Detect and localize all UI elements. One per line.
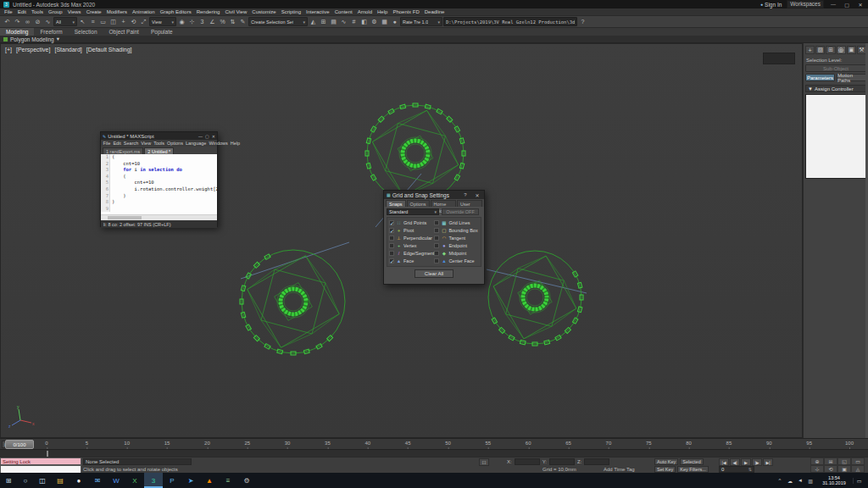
- timeline-tick-30[interactable]: 30: [285, 441, 291, 446]
- viewport-menu[interactable]: [Default Shading]: [86, 47, 132, 53]
- menu-item[interactable]: Create: [84, 8, 104, 16]
- spinner-snap-icon[interactable]: ⇅: [228, 17, 237, 26]
- orbit-icon[interactable]: ⟲: [824, 465, 837, 473]
- app-telegram[interactable]: ➤: [181, 473, 200, 488]
- maxscript-menu-item[interactable]: Search: [122, 141, 139, 146]
- create-tab[interactable]: +: [805, 46, 815, 54]
- checkbox[interactable]: [389, 236, 394, 241]
- sub-object-button[interactable]: Sub-Object: [805, 64, 866, 72]
- checkbox[interactable]: [389, 228, 394, 233]
- select-scale-icon[interactable]: ⤢: [139, 17, 148, 26]
- snap-option[interactable]: ◆ Midpoint: [434, 250, 479, 257]
- add-time-tag[interactable]: Add Time Tag: [604, 467, 635, 472]
- named-selection-icon[interactable]: ✎: [238, 17, 248, 26]
- timeline-tick-20[interactable]: 20: [204, 441, 210, 446]
- menu-item[interactable]: Phoenix FD: [390, 8, 421, 16]
- assign-controller-rollout[interactable]: ▼ Assign Controller: [805, 85, 866, 92]
- app-browser[interactable]: ●: [70, 473, 88, 488]
- menu-item[interactable]: Animation: [130, 8, 158, 16]
- go-start-icon[interactable]: |◀: [719, 458, 729, 466]
- timeline-tick-40[interactable]: 40: [364, 441, 370, 446]
- snap-option[interactable]: / Edge/Segment: [389, 250, 434, 257]
- timeline-tick-60[interactable]: 60: [526, 441, 531, 446]
- tray-network-icon[interactable]: ▥: [805, 478, 815, 484]
- frame-spinner-icon[interactable]: ⇅: [748, 467, 752, 472]
- checkbox[interactable]: [434, 258, 439, 263]
- viewport-menu[interactable]: [+]: [5, 47, 12, 53]
- timeline-tick-50[interactable]: 50: [445, 441, 451, 446]
- ribbon-tab[interactable]: Object Paint: [103, 28, 145, 36]
- align-icon[interactable]: ⊞: [319, 17, 328, 26]
- checkbox[interactable]: [434, 220, 439, 225]
- help-search-icon[interactable]: ?: [578, 17, 587, 26]
- ref-coord-dropdown[interactable]: View: [149, 17, 176, 26]
- menu-item[interactable]: Group: [46, 8, 65, 16]
- selection-set-combo[interactable]: Create Selection Set: [248, 17, 308, 26]
- motion-paths-button[interactable]: Motion Paths: [837, 74, 866, 81]
- app-photoshop[interactable]: P: [163, 473, 181, 488]
- layer-manager-icon[interactable]: ▤: [329, 17, 338, 26]
- render-icon[interactable]: ●: [390, 17, 399, 26]
- timeline-tick-85[interactable]: 85: [726, 441, 732, 446]
- auto-key-button[interactable]: Auto Key: [654, 458, 678, 465]
- next-frame-icon[interactable]: |▶: [752, 458, 762, 466]
- zoom-region-icon[interactable]: ▭: [851, 458, 865, 465]
- timeline-tick-65[interactable]: 65: [565, 441, 571, 446]
- modify-tab[interactable]: ▨: [815, 46, 825, 54]
- close-button[interactable]: ✕: [856, 2, 865, 8]
- menu-item[interactable]: Content: [332, 8, 355, 16]
- menu-item[interactable]: Rendering: [194, 8, 223, 16]
- search-icon[interactable]: ○: [17, 473, 34, 488]
- scrollbar-thumb[interactable]: [108, 216, 142, 219]
- motion-tab[interactable]: ◎: [837, 46, 846, 54]
- select-manipulate-icon[interactable]: ⊹: [187, 17, 197, 26]
- menu-item[interactable]: Deadline: [422, 8, 448, 16]
- set-key-button[interactable]: Set Key: [654, 466, 676, 473]
- select-by-name-icon[interactable]: ≡: [88, 17, 97, 26]
- hierarchy-tab[interactable]: ⊞: [826, 46, 835, 54]
- pan-icon[interactable]: ⊹: [810, 465, 824, 473]
- checkbox[interactable]: [434, 236, 439, 241]
- menu-item[interactable]: File: [2, 8, 15, 16]
- app-logo-icon[interactable]: 3: [3, 2, 9, 8]
- mirror-icon[interactable]: ◭: [309, 17, 318, 26]
- select-link-icon[interactable]: ∞: [23, 17, 32, 26]
- undo-icon[interactable]: ↶: [3, 17, 12, 26]
- snap-option[interactable]: + Vertex: [389, 242, 434, 249]
- menu-item[interactable]: Graph Editors: [158, 8, 194, 16]
- z-coordinate-field[interactable]: [584, 458, 609, 465]
- window-crossing-icon[interactable]: ◫: [108, 17, 118, 26]
- render-setup-icon[interactable]: ⚙: [370, 17, 379, 26]
- snap-option[interactable]: ▢ Bounding Box: [434, 227, 479, 234]
- key-filters-button[interactable]: Key Filters...: [677, 466, 709, 473]
- ribbon-tab[interactable]: Modeling: [0, 28, 34, 36]
- task-view-icon[interactable]: ◫: [34, 473, 51, 488]
- snap-dialog-tab[interactable]: User Grids: [457, 200, 482, 207]
- menu-item[interactable]: Civil View: [222, 8, 249, 16]
- checkbox[interactable]: [434, 228, 439, 233]
- snap-option[interactable]: ● Endpoint: [434, 242, 479, 249]
- maximize-viewport-icon[interactable]: ▣: [837, 465, 851, 473]
- polygon-modeling-tab[interactable]: Polygon Modeling: [10, 36, 54, 42]
- maxscript-code-editor[interactable]: 1(2 cnt=103 for i in selection do4 (5 cn…: [101, 154, 217, 214]
- snap-option[interactable]: ⌖ Pivot: [389, 227, 434, 234]
- zoom-icon[interactable]: ⊕: [810, 458, 824, 465]
- maxscript-menu-item[interactable]: Language: [184, 141, 207, 146]
- checkbox[interactable]: [389, 251, 394, 256]
- timeline-tick-55[interactable]: 55: [486, 441, 492, 446]
- zoom-extents-icon[interactable]: ◱: [837, 458, 851, 465]
- maxscript-editor-window[interactable]: ✎ Untitled * MAXScript — ▢ ✕ FileEditSea…: [100, 131, 218, 227]
- maxscript-document-tab[interactable]: 2 Untitled *: [144, 147, 174, 154]
- snap-option[interactable]: ▲ Face: [389, 258, 434, 264]
- unlink-icon[interactable]: ⊘: [33, 17, 42, 26]
- maxscript-menu-item[interactable]: Windows: [208, 141, 229, 146]
- fov-icon[interactable]: ◬: [851, 465, 865, 473]
- checkbox[interactable]: [389, 220, 394, 225]
- viewport-menu[interactable]: [Perspective]: [16, 47, 50, 53]
- checkbox[interactable]: [434, 243, 439, 248]
- app-notepad[interactable]: ≡: [219, 473, 237, 488]
- project-path-field[interactable]: D:\Projects\2019\3V Real Gzeln12_Product…: [443, 17, 577, 26]
- y-coordinate-field[interactable]: [549, 458, 575, 465]
- viewport-menu[interactable]: [Standard]: [54, 47, 81, 53]
- app-media-player[interactable]: ▲: [200, 473, 219, 488]
